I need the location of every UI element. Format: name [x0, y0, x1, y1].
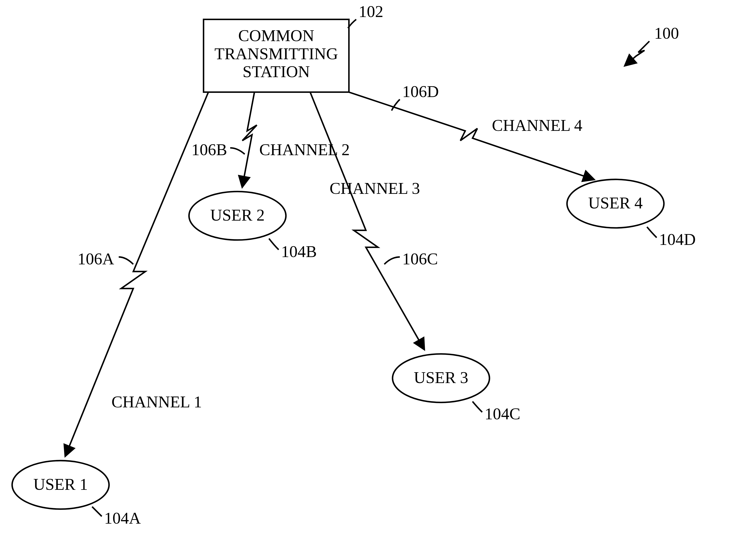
channel-c-arrow: [310, 92, 424, 349]
user-d-label: USER 4: [588, 194, 643, 212]
user-c-label: USER 3: [414, 369, 468, 387]
station-line3: STATION: [243, 63, 310, 81]
patent-diagram: 100 COMMON TRANSMITTING STATION 102 CHAN…: [0, 0, 756, 557]
user-b-label: USER 2: [210, 206, 265, 224]
channel-b-ref: 106B: [191, 141, 227, 159]
figure-ref: 100: [654, 24, 679, 42]
user-c-ref-leader: [473, 401, 482, 412]
user-a-label: USER 1: [33, 475, 88, 493]
channel-c-ref-leader: [385, 257, 400, 264]
channel-a-label: CHANNEL 1: [112, 393, 202, 411]
user-a-ref: 104A: [104, 509, 141, 527]
user-a-ref-leader: [92, 507, 102, 516]
channel-b-arrow: [242, 92, 257, 187]
channel-d-label: CHANNEL 4: [492, 116, 582, 135]
channel-a-ref: 106A: [78, 250, 114, 268]
user-b-ref: 104B: [281, 242, 317, 261]
user-d-ref: 104D: [659, 230, 696, 248]
user-c-ref: 104C: [485, 405, 520, 423]
user-d-ref-leader: [647, 227, 657, 238]
channel-c-ref: 106C: [402, 250, 438, 268]
station-line2: TRANSMITTING: [214, 45, 338, 63]
figure-ref-arrow: [625, 41, 649, 65]
user-b-ref-leader: [269, 238, 279, 250]
channel-c-label: CHANNEL 3: [330, 179, 420, 197]
station-line1: COMMON: [238, 27, 314, 45]
channel-d-ref: 106D: [402, 83, 439, 100]
channel-b-ref-leader: [230, 148, 245, 154]
channel-a-ref-leader: [119, 257, 133, 264]
channel-d-arrow: [349, 92, 594, 179]
station-ref: 102: [359, 2, 383, 21]
